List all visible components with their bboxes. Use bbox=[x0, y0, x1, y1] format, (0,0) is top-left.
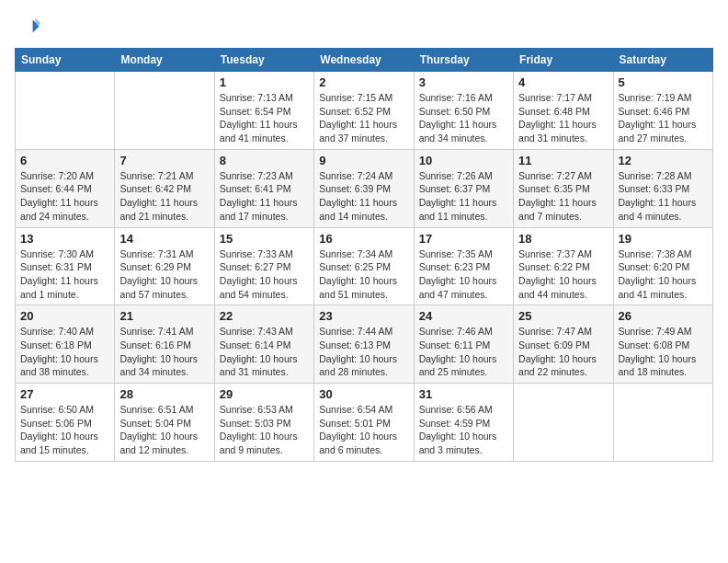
calendar-week-row: 20Sunrise: 7:40 AM Sunset: 6:18 PM Dayli… bbox=[16, 305, 713, 384]
calendar-cell: 22Sunrise: 7:43 AM Sunset: 6:14 PM Dayli… bbox=[214, 305, 313, 384]
day-number: 23 bbox=[319, 309, 408, 323]
day-info: Sunrise: 7:19 AM Sunset: 6:46 PM Dayligh… bbox=[619, 91, 708, 145]
calendar-cell: 24Sunrise: 7:46 AM Sunset: 6:11 PM Dayli… bbox=[414, 305, 513, 384]
day-info: Sunrise: 7:27 AM Sunset: 6:35 PM Dayligh… bbox=[518, 169, 608, 224]
day-header-friday: Friday bbox=[514, 49, 613, 72]
day-info: Sunrise: 6:53 AM Sunset: 5:03 PM Dayligh… bbox=[220, 403, 309, 457]
day-header-tuesday: Tuesday bbox=[214, 49, 313, 72]
calendar-cell: 12Sunrise: 7:28 AM Sunset: 6:33 PM Dayli… bbox=[613, 149, 712, 227]
calendar-cell: 1Sunrise: 7:13 AM Sunset: 6:54 PM Daylig… bbox=[214, 72, 313, 150]
calendar-week-row: 27Sunrise: 6:50 AM Sunset: 5:06 PM Dayli… bbox=[16, 384, 713, 462]
day-info: Sunrise: 7:21 AM Sunset: 6:42 PM Dayligh… bbox=[119, 169, 209, 224]
day-number: 15 bbox=[220, 232, 309, 246]
day-info: Sunrise: 7:24 AM Sunset: 6:39 PM Dayligh… bbox=[319, 169, 408, 224]
calendar-cell: 2Sunrise: 7:15 AM Sunset: 6:52 PM Daylig… bbox=[314, 72, 414, 150]
calendar-week-row: 1Sunrise: 7:13 AM Sunset: 6:54 PM Daylig… bbox=[16, 72, 713, 150]
calendar-cell: 15Sunrise: 7:33 AM Sunset: 6:27 PM Dayli… bbox=[214, 227, 313, 305]
calendar-week-row: 6Sunrise: 7:20 AM Sunset: 6:44 PM Daylig… bbox=[16, 149, 713, 227]
calendar-cell: 20Sunrise: 7:40 AM Sunset: 6:18 PM Dayli… bbox=[16, 305, 115, 384]
page-header bbox=[15, 15, 713, 40]
calendar-cell: 8Sunrise: 7:23 AM Sunset: 6:41 PM Daylig… bbox=[214, 149, 313, 227]
day-info: Sunrise: 7:43 AM Sunset: 6:14 PM Dayligh… bbox=[220, 325, 309, 379]
day-number: 17 bbox=[419, 232, 508, 246]
calendar-cell bbox=[514, 384, 613, 462]
day-info: Sunrise: 7:34 AM Sunset: 6:25 PM Dayligh… bbox=[319, 247, 408, 302]
day-info: Sunrise: 7:20 AM Sunset: 6:44 PM Dayligh… bbox=[20, 169, 109, 224]
day-number: 21 bbox=[119, 309, 209, 323]
day-header-saturday: Saturday bbox=[613, 49, 712, 72]
day-number: 25 bbox=[518, 309, 608, 323]
calendar-cell: 18Sunrise: 7:37 AM Sunset: 6:22 PM Dayli… bbox=[514, 227, 613, 305]
day-number: 11 bbox=[518, 154, 608, 167]
day-number: 29 bbox=[220, 387, 309, 401]
day-info: Sunrise: 7:23 AM Sunset: 6:41 PM Dayligh… bbox=[220, 169, 309, 224]
day-info: Sunrise: 6:51 AM Sunset: 5:04 PM Dayligh… bbox=[119, 403, 209, 457]
day-number: 8 bbox=[220, 154, 309, 167]
day-info: Sunrise: 7:33 AM Sunset: 6:27 PM Dayligh… bbox=[220, 247, 309, 302]
day-number: 3 bbox=[419, 75, 508, 89]
logo bbox=[15, 15, 44, 40]
logo-icon bbox=[15, 15, 40, 40]
day-info: Sunrise: 7:47 AM Sunset: 6:09 PM Dayligh… bbox=[518, 325, 608, 379]
day-header-monday: Monday bbox=[115, 49, 214, 72]
day-number: 1 bbox=[220, 75, 309, 89]
day-info: Sunrise: 7:30 AM Sunset: 6:31 PM Dayligh… bbox=[20, 247, 109, 302]
calendar-cell: 27Sunrise: 6:50 AM Sunset: 5:06 PM Dayli… bbox=[16, 384, 115, 462]
day-number: 26 bbox=[619, 309, 708, 323]
calendar-cell: 3Sunrise: 7:16 AM Sunset: 6:50 PM Daylig… bbox=[414, 72, 513, 150]
day-info: Sunrise: 7:15 AM Sunset: 6:52 PM Dayligh… bbox=[319, 91, 408, 145]
calendar-cell: 19Sunrise: 7:38 AM Sunset: 6:20 PM Dayli… bbox=[613, 227, 712, 305]
day-number: 14 bbox=[119, 232, 209, 246]
day-info: Sunrise: 6:56 AM Sunset: 4:59 PM Dayligh… bbox=[419, 403, 508, 457]
day-info: Sunrise: 6:54 AM Sunset: 5:01 PM Dayligh… bbox=[319, 403, 408, 457]
calendar-cell: 31Sunrise: 6:56 AM Sunset: 4:59 PM Dayli… bbox=[414, 384, 513, 462]
calendar-cell: 7Sunrise: 7:21 AM Sunset: 6:42 PM Daylig… bbox=[115, 149, 214, 227]
day-info: Sunrise: 7:40 AM Sunset: 6:18 PM Dayligh… bbox=[20, 325, 109, 379]
day-number: 10 bbox=[419, 154, 508, 167]
day-info: Sunrise: 7:17 AM Sunset: 6:48 PM Dayligh… bbox=[518, 91, 608, 145]
calendar-cell: 9Sunrise: 7:24 AM Sunset: 6:39 PM Daylig… bbox=[314, 149, 414, 227]
calendar-cell: 14Sunrise: 7:31 AM Sunset: 6:29 PM Dayli… bbox=[115, 227, 214, 305]
day-number: 31 bbox=[419, 387, 508, 401]
calendar-cell bbox=[16, 72, 115, 150]
day-info: Sunrise: 7:28 AM Sunset: 6:33 PM Dayligh… bbox=[619, 169, 708, 224]
day-info: Sunrise: 7:26 AM Sunset: 6:37 PM Dayligh… bbox=[419, 169, 508, 224]
day-number: 27 bbox=[20, 387, 109, 401]
day-number: 24 bbox=[419, 309, 508, 323]
calendar-cell: 25Sunrise: 7:47 AM Sunset: 6:09 PM Dayli… bbox=[514, 305, 613, 384]
day-info: Sunrise: 6:50 AM Sunset: 5:06 PM Dayligh… bbox=[20, 403, 109, 457]
day-info: Sunrise: 7:44 AM Sunset: 6:13 PM Dayligh… bbox=[319, 325, 408, 379]
day-number: 13 bbox=[20, 232, 109, 246]
day-number: 22 bbox=[220, 309, 309, 323]
calendar-cell: 17Sunrise: 7:35 AM Sunset: 6:23 PM Dayli… bbox=[414, 227, 513, 305]
day-info: Sunrise: 7:31 AM Sunset: 6:29 PM Dayligh… bbox=[119, 247, 209, 302]
day-header-thursday: Thursday bbox=[414, 49, 513, 72]
calendar-cell: 16Sunrise: 7:34 AM Sunset: 6:25 PM Dayli… bbox=[314, 227, 414, 305]
day-number: 9 bbox=[319, 154, 408, 167]
calendar-cell: 28Sunrise: 6:51 AM Sunset: 5:04 PM Dayli… bbox=[115, 384, 214, 462]
calendar-week-row: 13Sunrise: 7:30 AM Sunset: 6:31 PM Dayli… bbox=[16, 227, 713, 305]
day-info: Sunrise: 7:35 AM Sunset: 6:23 PM Dayligh… bbox=[419, 247, 508, 302]
calendar-cell: 5Sunrise: 7:19 AM Sunset: 6:46 PM Daylig… bbox=[613, 72, 712, 150]
calendar-cell bbox=[115, 72, 214, 150]
calendar-cell: 4Sunrise: 7:17 AM Sunset: 6:48 PM Daylig… bbox=[514, 72, 613, 150]
day-number: 19 bbox=[619, 232, 708, 246]
day-header-wednesday: Wednesday bbox=[314, 49, 414, 72]
calendar-cell: 30Sunrise: 6:54 AM Sunset: 5:01 PM Dayli… bbox=[314, 384, 414, 462]
calendar-cell: 11Sunrise: 7:27 AM Sunset: 6:35 PM Dayli… bbox=[514, 149, 613, 227]
day-number: 4 bbox=[518, 75, 608, 89]
calendar-cell: 6Sunrise: 7:20 AM Sunset: 6:44 PM Daylig… bbox=[16, 149, 115, 227]
day-info: Sunrise: 7:46 AM Sunset: 6:11 PM Dayligh… bbox=[419, 325, 508, 379]
calendar-cell: 29Sunrise: 6:53 AM Sunset: 5:03 PM Dayli… bbox=[214, 384, 313, 462]
calendar-cell: 26Sunrise: 7:49 AM Sunset: 6:08 PM Dayli… bbox=[613, 305, 712, 384]
calendar-cell: 23Sunrise: 7:44 AM Sunset: 6:13 PM Dayli… bbox=[314, 305, 414, 384]
day-number: 18 bbox=[518, 232, 608, 246]
calendar-cell: 21Sunrise: 7:41 AM Sunset: 6:16 PM Dayli… bbox=[115, 305, 214, 384]
day-number: 20 bbox=[20, 309, 109, 323]
day-number: 28 bbox=[119, 387, 209, 401]
day-number: 2 bbox=[319, 75, 408, 89]
calendar-cell: 13Sunrise: 7:30 AM Sunset: 6:31 PM Dayli… bbox=[16, 227, 115, 305]
calendar-cell: 10Sunrise: 7:26 AM Sunset: 6:37 PM Dayli… bbox=[414, 149, 513, 227]
day-number: 30 bbox=[319, 387, 408, 401]
day-info: Sunrise: 7:41 AM Sunset: 6:16 PM Dayligh… bbox=[119, 325, 209, 379]
